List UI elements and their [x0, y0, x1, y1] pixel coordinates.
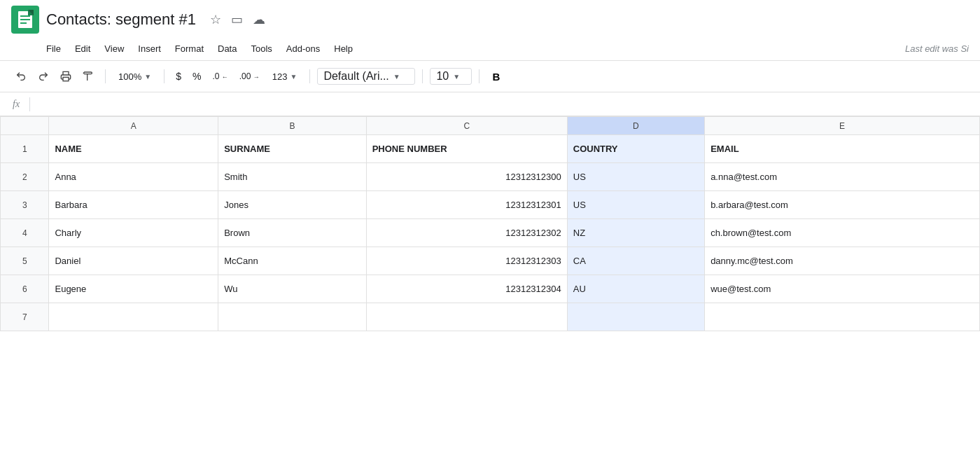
row-number-3[interactable]: 3 [1, 191, 49, 219]
menu-addons[interactable]: Add-ons [279, 41, 327, 57]
formula-divider [29, 97, 30, 111]
more-formats-label: 123 [272, 71, 288, 82]
font-size-selector[interactable]: 10 ▼ [430, 68, 472, 85]
cell-1-E[interactable]: EMAIL [705, 135, 980, 163]
cell-2-E[interactable]: a.nna@test.com [705, 163, 980, 191]
document-title[interactable]: Contacts: segment #1 [46, 11, 196, 29]
cell-6-B[interactable]: Wu [218, 275, 367, 303]
font-name: Default (Ari... [323, 70, 388, 83]
cell-2-D[interactable]: US [567, 163, 704, 191]
redo-button[interactable] [34, 67, 53, 86]
percent-format-button[interactable]: % [188, 69, 205, 84]
table-row: 6EugeneWu12312312304AUwue@test.com [1, 275, 980, 303]
menu-tools[interactable]: Tools [244, 41, 279, 57]
cell-1-B[interactable]: SURNAME [218, 135, 367, 163]
toolbar-divider-2 [164, 69, 164, 83]
menu-insert[interactable]: Insert [131, 41, 168, 57]
cell-1-C[interactable]: PHONE NUMBER [366, 135, 567, 163]
cell-5-C[interactable]: 12312312303 [366, 247, 567, 275]
cell-3-A[interactable]: Barbara [49, 191, 218, 219]
bold-button[interactable]: B [486, 69, 505, 85]
table-row: 7 [1, 303, 980, 331]
cell-2-B[interactable]: Smith [218, 163, 367, 191]
table-body: 1NAMESURNAMEPHONE NUMBERCOUNTRYEMAIL2Ann… [1, 135, 980, 331]
formula-input[interactable] [33, 99, 974, 109]
cell-4-D[interactable]: NZ [567, 219, 704, 247]
row-number-2[interactable]: 2 [1, 163, 49, 191]
toolbar-divider-5 [479, 69, 479, 83]
svg-rect-7 [63, 77, 69, 81]
cell-3-C[interactable]: 12312312301 [366, 191, 567, 219]
print-button[interactable] [56, 67, 76, 86]
zoom-value: 100% [118, 71, 141, 82]
col-header-d[interactable]: D [567, 117, 704, 135]
row-number-5[interactable]: 5 [1, 247, 49, 275]
cell-6-D[interactable]: AU [567, 275, 704, 303]
sheets-logo-icon [11, 6, 39, 34]
column-header-row: A B C D E [1, 117, 980, 135]
menu-edit[interactable]: Edit [68, 41, 97, 57]
table-row: 2AnnaSmith12312312300USa.nna@test.com [1, 163, 980, 191]
fx-label: fx [6, 99, 27, 110]
row-number-1[interactable]: 1 [1, 135, 49, 163]
decrease-decimal-button[interactable]: .0 ← [208, 69, 232, 83]
cell-4-C[interactable]: 12312312302 [366, 219, 567, 247]
cell-2-C[interactable]: 12312312300 [366, 163, 567, 191]
cell-4-A[interactable]: Charly [49, 219, 218, 247]
cell-5-D[interactable]: CA [567, 247, 704, 275]
cell-6-A[interactable]: Eugene [49, 275, 218, 303]
font-dropdown-arrow: ▼ [393, 73, 400, 81]
zoom-dropdown-arrow: ▼ [144, 73, 151, 81]
more-formats-arrow: ▼ [290, 73, 298, 81]
toolbar: 100% ▼ $ % .0 ← .00 → 123 ▼ Default (Ari… [0, 60, 980, 92]
col-header-b[interactable]: B [218, 117, 367, 135]
font-selector[interactable]: Default (Ari... ▼ [317, 68, 415, 85]
toolbar-divider-3 [309, 69, 310, 83]
row-number-6[interactable]: 6 [1, 275, 49, 303]
toolbar-divider-4 [422, 69, 423, 83]
menu-help[interactable]: Help [327, 41, 360, 57]
cell-7-C[interactable] [366, 303, 567, 331]
table-row: 4CharlyBrown12312312302NZch.brown@test.c… [1, 219, 980, 247]
menu-view[interactable]: View [97, 41, 131, 57]
toolbar-divider-1 [105, 69, 106, 83]
star-icon[interactable]: ☆ [210, 12, 221, 27]
folder-icon[interactable]: ▭ [231, 12, 243, 27]
cell-7-A[interactable] [49, 303, 218, 331]
cell-4-B[interactable]: Brown [218, 219, 367, 247]
cell-1-A[interactable]: NAME [49, 135, 218, 163]
table-row: 5DanielMcCann12312312303CAdanny.mc@test.… [1, 247, 980, 275]
cell-6-C[interactable]: 12312312304 [366, 275, 567, 303]
cell-5-B[interactable]: McCann [218, 247, 367, 275]
cell-7-D[interactable] [567, 303, 704, 331]
cell-7-E[interactable] [705, 303, 980, 331]
row-number-4[interactable]: 4 [1, 219, 49, 247]
increase-decimal-button[interactable]: .00 → [235, 69, 264, 83]
cell-4-E[interactable]: ch.brown@test.com [705, 219, 980, 247]
cell-6-E[interactable]: wue@test.com [705, 275, 980, 303]
cell-5-A[interactable]: Daniel [49, 247, 218, 275]
table-row: 3BarbaraJones12312312301USb.arbara@test.… [1, 191, 980, 219]
col-header-e[interactable]: E [705, 117, 980, 135]
cell-1-D[interactable]: COUNTRY [567, 135, 704, 163]
cell-7-B[interactable] [218, 303, 367, 331]
cell-3-E[interactable]: b.arbara@test.com [705, 191, 980, 219]
col-header-c[interactable]: C [366, 117, 567, 135]
title-bar: Contacts: segment #1 ☆ ▭ ☁ [0, 0, 980, 36]
cloud-icon[interactable]: ☁ [253, 12, 265, 27]
menu-file[interactable]: File [39, 41, 68, 57]
row-number-7[interactable]: 7 [1, 303, 49, 331]
cell-3-D[interactable]: US [567, 191, 704, 219]
paint-format-button[interactable] [78, 67, 98, 86]
zoom-dropdown[interactable]: 100% ▼ [113, 69, 157, 84]
dollar-format-button[interactable]: $ [172, 69, 186, 84]
undo-button[interactable] [11, 67, 31, 86]
cell-3-B[interactable]: Jones [218, 191, 367, 219]
cell-5-E[interactable]: danny.mc@test.com [705, 247, 980, 275]
col-header-a[interactable]: A [49, 117, 218, 135]
menu-data[interactable]: Data [211, 41, 244, 57]
more-formats-dropdown[interactable]: 123 ▼ [267, 69, 303, 84]
formula-bar: fx [0, 92, 980, 116]
menu-format[interactable]: Format [168, 41, 211, 57]
cell-2-A[interactable]: Anna [49, 163, 218, 191]
